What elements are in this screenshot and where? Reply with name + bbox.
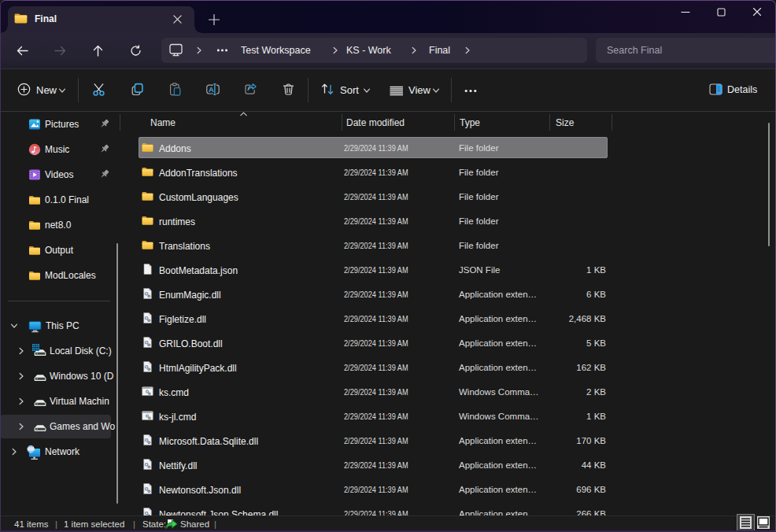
svg-text:A: A — [209, 85, 214, 94]
